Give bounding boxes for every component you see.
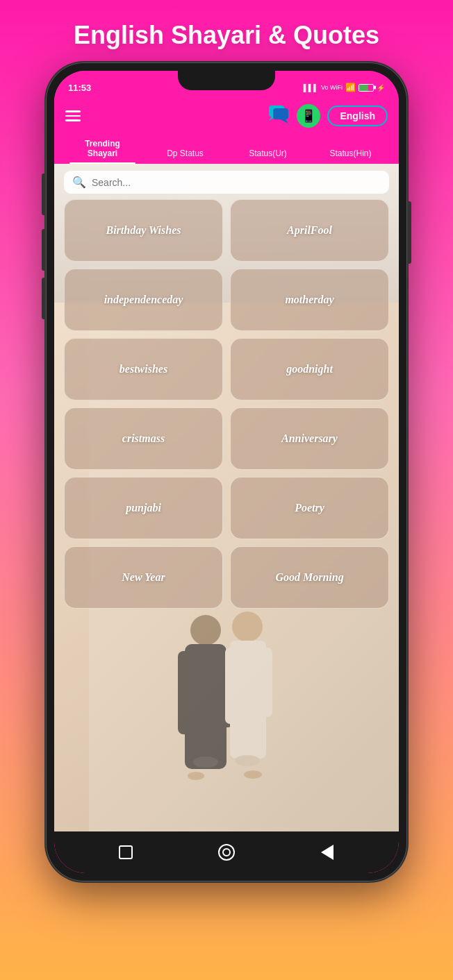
home-circle-icon bbox=[218, 844, 235, 861]
phone-screen: 11:53 ▌▌▌ Vo WiFi 📶 ⚡ bbox=[54, 71, 399, 873]
svg-rect-12 bbox=[225, 648, 238, 724]
category-good-morning[interactable]: Good Morning bbox=[230, 546, 389, 609]
status-time: 11:53 bbox=[68, 83, 91, 93]
svg-marker-3 bbox=[280, 119, 288, 124]
category-new-year[interactable]: New Year bbox=[64, 546, 223, 609]
battery-bolt: ⚡ bbox=[377, 84, 385, 92]
back-triangle-icon bbox=[321, 845, 333, 860]
svg-rect-13 bbox=[260, 648, 272, 717]
wifi-text: Vo WiFi bbox=[321, 84, 343, 91]
status-icons: ▌▌▌ Vo WiFi 📶 ⚡ bbox=[304, 83, 385, 92]
signal-icon: ▌▌▌ bbox=[304, 84, 318, 92]
phone-frame: 11:53 ▌▌▌ Vo WiFi 📶 ⚡ bbox=[46, 62, 407, 881]
app-title: English Shayari & Quotes bbox=[74, 21, 379, 50]
svg-rect-6 bbox=[178, 651, 192, 734]
category-independence[interactable]: independenceday bbox=[64, 269, 223, 331]
hamburger-button[interactable] bbox=[65, 110, 81, 121]
category-poetry[interactable]: Poetry bbox=[230, 477, 389, 539]
notch bbox=[178, 71, 275, 90]
content-area: 🔍 Birthday Wishes AprilFool independence… bbox=[54, 164, 399, 831]
category-punjabi[interactable]: punjabi bbox=[64, 477, 223, 539]
home-square-icon bbox=[119, 845, 133, 859]
tab-dp-status[interactable]: Dp Status bbox=[144, 143, 226, 164]
svg-rect-2 bbox=[273, 108, 288, 119]
search-input[interactable] bbox=[92, 177, 381, 188]
english-button[interactable]: English bbox=[327, 105, 388, 126]
wifi-icon: 📶 bbox=[345, 83, 356, 92]
category-goodnight[interactable]: goodnight bbox=[230, 338, 389, 400]
nav-home-button[interactable] bbox=[116, 843, 135, 862]
header: 📱 English bbox=[54, 99, 399, 133]
tabs-bar: TrendingShayari Dp Status Status(Ur) Sta… bbox=[54, 133, 399, 164]
category-motherday[interactable]: motherday bbox=[230, 269, 389, 331]
battery-icon bbox=[359, 84, 374, 92]
tab-status-ur[interactable]: Status(Ur) bbox=[226, 143, 309, 164]
category-anniversary[interactable]: Anniversary bbox=[230, 407, 389, 470]
chat-icon[interactable] bbox=[266, 104, 290, 128]
search-icon: 🔍 bbox=[72, 176, 86, 189]
whatsapp-icon[interactable]: 📱 bbox=[297, 104, 320, 128]
category-april-fool[interactable]: AprilFool bbox=[230, 199, 389, 262]
category-birthday[interactable]: Birthday Wishes bbox=[64, 199, 223, 262]
svg-point-4 bbox=[190, 615, 221, 645]
tab-trending[interactable]: TrendingShayari bbox=[61, 133, 144, 164]
nav-circle-button[interactable] bbox=[217, 843, 236, 862]
svg-point-14 bbox=[235, 755, 260, 766]
svg-point-15 bbox=[244, 770, 262, 779]
search-bar: 🔍 bbox=[64, 171, 389, 194]
svg-point-9 bbox=[188, 772, 204, 780]
svg-point-8 bbox=[193, 757, 218, 768]
category-bestwishes[interactable]: bestwishes bbox=[64, 338, 223, 400]
category-cristmass[interactable]: cristmass bbox=[64, 407, 223, 470]
bottom-nav bbox=[54, 831, 399, 873]
header-icons: 📱 English bbox=[266, 104, 388, 128]
categories-grid: Birthday Wishes AprilFool independenceda… bbox=[54, 199, 399, 618]
nav-back-button[interactable] bbox=[318, 843, 337, 862]
tab-status-hin[interactable]: Status(Hin) bbox=[309, 143, 392, 164]
